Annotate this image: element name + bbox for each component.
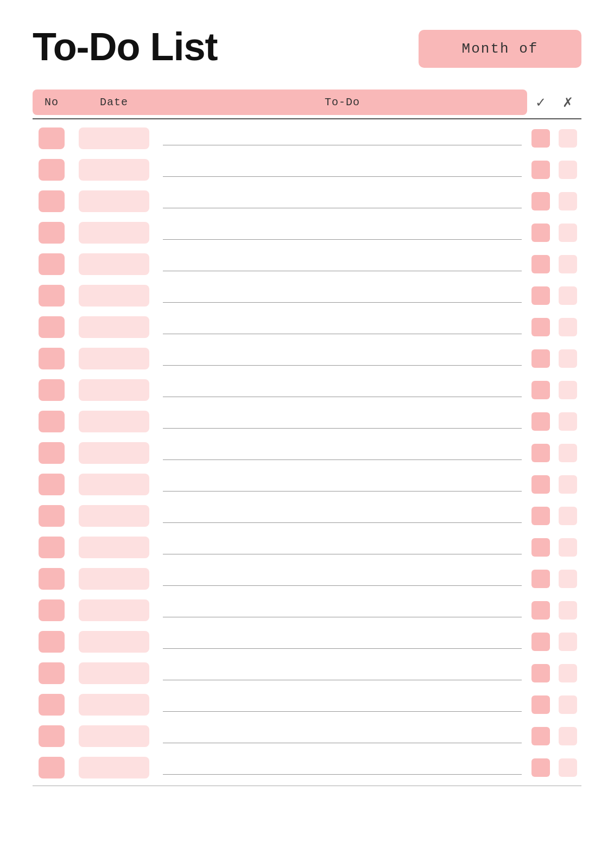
date-box[interactable] (79, 348, 149, 369)
no-box[interactable] (39, 537, 65, 558)
header-divider (33, 118, 581, 119)
month-label: Month of (462, 41, 539, 57)
date-box[interactable] (79, 631, 149, 653)
no-box[interactable] (39, 757, 65, 778)
date-box[interactable] (79, 662, 149, 684)
table-row (33, 280, 581, 311)
check-icon: ✓ (535, 95, 546, 110)
no-box[interactable] (39, 379, 65, 401)
no-box[interactable] (39, 662, 65, 684)
no-box[interactable] (39, 316, 65, 338)
date-box[interactable] (79, 127, 149, 149)
bottom-divider (33, 786, 581, 786)
no-box[interactable] (39, 348, 65, 369)
table-row (33, 469, 581, 500)
no-box[interactable] (39, 253, 65, 275)
month-box[interactable]: Month of (419, 30, 581, 68)
date-box[interactable] (79, 190, 149, 212)
table-row (33, 752, 581, 783)
table-row (33, 720, 581, 752)
no-box[interactable] (39, 411, 65, 432)
no-box[interactable] (39, 127, 65, 149)
page: To-Do List Month of No Date To-Do ✓ ✗ (0, 0, 614, 868)
table-row (33, 563, 581, 595)
date-box[interactable] (79, 537, 149, 558)
date-box[interactable] (79, 285, 149, 307)
date-box[interactable] (79, 253, 149, 275)
table-row (33, 374, 581, 406)
table-row (33, 595, 581, 626)
table-header-row: No Date To-Do ✓ ✗ (33, 90, 581, 115)
cross-icon: ✗ (562, 95, 573, 110)
col-header-no: No (33, 90, 71, 115)
no-box[interactable] (39, 599, 65, 621)
table-row (33, 123, 581, 154)
date-box[interactable] (79, 474, 149, 495)
date-box[interactable] (79, 411, 149, 432)
date-box[interactable] (79, 725, 149, 747)
no-box[interactable] (39, 442, 65, 464)
cell-no (33, 127, 71, 149)
table-body (33, 123, 581, 783)
table-row (33, 343, 581, 374)
header: To-Do List Month of (33, 27, 581, 68)
cell-check[interactable] (527, 129, 554, 148)
date-box[interactable] (79, 568, 149, 590)
col-header-date: Date (71, 90, 157, 115)
table-row (33, 437, 581, 469)
no-box[interactable] (39, 725, 65, 747)
table-row (33, 626, 581, 658)
table-row (33, 248, 581, 280)
no-box[interactable] (39, 285, 65, 307)
cell-todo[interactable] (157, 129, 527, 148)
table-row (33, 658, 581, 689)
date-box[interactable] (79, 222, 149, 244)
date-box[interactable] (79, 599, 149, 621)
page-title: To-Do List (33, 27, 218, 66)
date-box[interactable] (79, 316, 149, 338)
table-row (33, 217, 581, 248)
check-box[interactable] (531, 129, 550, 148)
table-row (33, 406, 581, 437)
cross-box[interactable] (559, 129, 577, 148)
no-box[interactable] (39, 159, 65, 181)
table-row (33, 689, 581, 720)
table-row (33, 311, 581, 343)
cell-cross[interactable] (554, 129, 581, 148)
no-box[interactable] (39, 694, 65, 716)
date-box[interactable] (79, 159, 149, 181)
table-row (33, 500, 581, 532)
date-box[interactable] (79, 442, 149, 464)
date-box[interactable] (79, 379, 149, 401)
no-box[interactable] (39, 474, 65, 495)
table-row (33, 154, 581, 186)
no-box[interactable] (39, 568, 65, 590)
date-box[interactable] (79, 694, 149, 716)
todo-table: No Date To-Do ✓ ✗ (33, 90, 581, 786)
table-row (33, 532, 581, 563)
col-header-todo: To-Do (157, 90, 527, 115)
date-box[interactable] (79, 757, 149, 778)
table-row (33, 186, 581, 217)
no-box[interactable] (39, 631, 65, 653)
no-box[interactable] (39, 505, 65, 527)
cell-date (71, 127, 157, 149)
date-box[interactable] (79, 505, 149, 527)
no-box[interactable] (39, 190, 65, 212)
no-box[interactable] (39, 222, 65, 244)
